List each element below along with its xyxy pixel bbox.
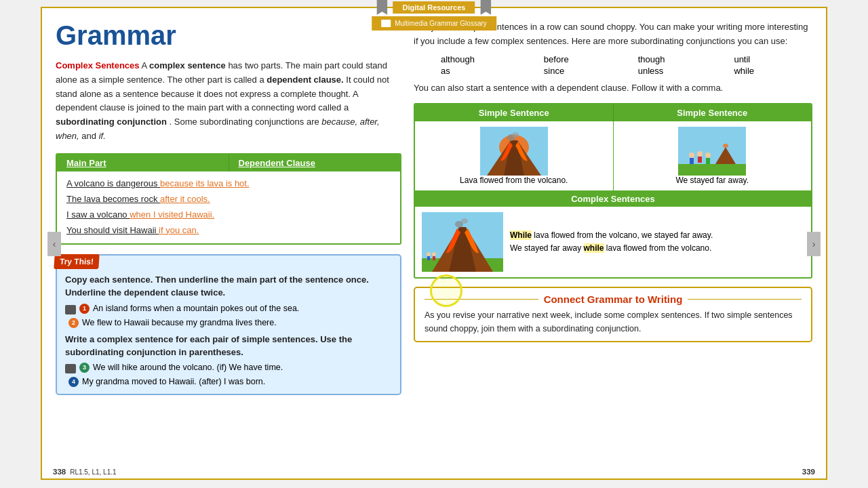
- right-column: Many short simple sentences in a row can…: [414, 20, 812, 461]
- page-num-right: 339: [802, 468, 815, 476]
- volcano-svg: [480, 127, 548, 176]
- page-title: Grammar: [56, 20, 401, 51]
- complex-sentence-bold: complex sentence: [149, 60, 226, 70]
- table-row: You should visit Hawaii if you can.: [66, 222, 391, 238]
- start-sentence-text: You can also start a sentence with a dep…: [414, 81, 812, 96]
- complex-sentences-label: Complex Sentences: [56, 60, 140, 70]
- exercise-item: 2 We flew to Hawaii because my grandma l…: [65, 318, 392, 329]
- num-badge-4: 4: [68, 377, 79, 387]
- connect-grammar-title: Connect Grammar to Writing: [544, 293, 683, 305]
- left-column: Grammar Complex Sentences A complex sent…: [56, 20, 401, 461]
- digital-resources-button[interactable]: Digital Resources: [393, 1, 475, 14]
- svg-point-21: [461, 218, 468, 224]
- col-dependent-clause: Dependent Clause: [229, 155, 401, 171]
- complex-header: Complex Sentences: [415, 191, 811, 207]
- page-container: Grammar Complex Sentences A complex sent…: [41, 7, 827, 480]
- monitor-icon: [381, 20, 391, 27]
- write-instruction: Write a complex sentence for each pair o…: [65, 333, 392, 359]
- table-header: Main Part Dependent Clause: [57, 155, 400, 171]
- standards-label: RL1.5, L1, L1.1: [70, 468, 116, 476]
- away-cell: We stayed far away.: [614, 121, 812, 190]
- exercises-group-1: 1 An island forms when a mountain pokes …: [65, 304, 392, 329]
- num-badge-3: 3: [79, 363, 90, 373]
- svg-point-9: [723, 144, 728, 148]
- page-footer: 338 RL1.5, L1, L1.1 339: [53, 468, 815, 476]
- connect-grammar-header: Connect Grammar to Writing: [425, 293, 802, 305]
- try-this-box: Try This! Copy each sentence. Then under…: [56, 254, 401, 395]
- col-main-part: Main Part: [57, 155, 229, 171]
- complex-sentences-intro: Complex Sentences A complex sentence has…: [56, 59, 401, 144]
- table-row: The lava becomes rock after it cools.: [66, 191, 391, 207]
- col-simple-1: Simple Sentence: [415, 104, 614, 121]
- next-arrow[interactable]: ›: [807, 232, 821, 256]
- svg-point-24: [432, 252, 436, 256]
- speaker-icon-2: [65, 364, 76, 373]
- try-this-instruction: Copy each sentence. Then underline the m…: [65, 273, 392, 300]
- svg-rect-15: [706, 158, 710, 164]
- svg-point-12: [697, 151, 703, 157]
- svg-rect-23: [427, 256, 430, 260]
- bookmark-right-icon: [480, 0, 491, 15]
- prev-arrow[interactable]: ‹: [47, 232, 61, 256]
- page-num-left: 338: [53, 468, 66, 476]
- row2-text: We stayed far away.: [675, 176, 749, 185]
- people-svg: [678, 127, 746, 176]
- row1-text: Lava flowed from the volcano.: [460, 176, 568, 185]
- svg-rect-25: [433, 256, 435, 260]
- exercise-item: 4 My grandma moved to Hawaii. (after) I …: [65, 377, 392, 387]
- volcano-cell: Lava flowed from the volcano.: [415, 121, 614, 190]
- svg-rect-13: [698, 157, 702, 163]
- speaker-icon: [65, 305, 76, 314]
- exercise-item: 1 An island forms when a mountain pokes …: [65, 304, 392, 314]
- complex-body: While lava flowed from the volcano, we s…: [415, 207, 811, 277]
- svg-point-22: [427, 252, 431, 256]
- connect-grammar-text: As you revise your narrative next week, …: [425, 309, 802, 336]
- conjunctions-grid: although before though until as since un…: [441, 54, 812, 76]
- num-badge-1: 1: [79, 304, 90, 314]
- footer-left: 338 RL1.5, L1, L1.1: [53, 468, 117, 476]
- toolbar: Digital Resources Multimedia Grammar Glo…: [372, 0, 496, 30]
- svg-point-14: [705, 152, 711, 158]
- col-simple-2: Simple Sentence: [614, 104, 812, 121]
- multimedia-label: Multimedia Grammar Glossary: [395, 20, 487, 27]
- svg-point-10: [689, 152, 694, 158]
- exercise-item: 3 We will hike around the volcano. (if) …: [65, 363, 392, 373]
- sentences-box: Simple Sentence Simple Sentence: [414, 103, 812, 279]
- multimedia-dropdown[interactable]: Multimedia Grammar Glossary: [372, 16, 496, 30]
- connect-grammar-box: Connect Grammar to Writing As you revise…: [414, 287, 812, 342]
- svg-rect-11: [690, 158, 694, 164]
- svg-rect-7: [678, 164, 746, 176]
- num-badge-2: 2: [68, 318, 79, 328]
- sentences-header: Simple Sentence Simple Sentence: [415, 104, 811, 121]
- sentence-table: Main Part Dependent Clause A volcano is …: [56, 153, 401, 245]
- complex-volcano-svg: [422, 212, 503, 272]
- table-row: A volcano is dangerous because its lava …: [66, 176, 391, 191]
- complex-sentences-text: While lava flowed from the volcano, we s…: [510, 229, 713, 255]
- bookmark-left-icon: [377, 0, 388, 15]
- sentences-images: Lava flowed from the volcano.: [415, 121, 811, 191]
- svg-point-5: [512, 132, 519, 138]
- table-row: I saw a volcano when I visited Hawaii.: [66, 207, 391, 222]
- try-this-label: Try This!: [54, 254, 100, 269]
- exercises-group-2: 3 We will hike around the volcano. (if) …: [65, 363, 392, 387]
- table-body: A volcano is dangerous because its lava …: [57, 171, 400, 243]
